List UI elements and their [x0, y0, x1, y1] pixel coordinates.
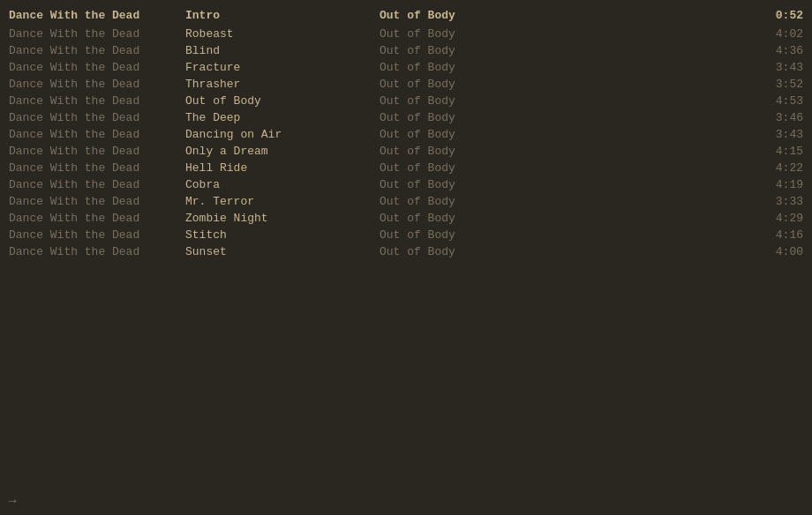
track-duration: 4:02 — [750, 27, 803, 41]
track-title: Sunset — [185, 245, 380, 258]
track-artist: Dance With the Dead — [9, 228, 185, 242]
track-artist: Dance With the Dead — [9, 195, 185, 208]
table-row[interactable]: Dance With the DeadFractureOut of Body3:… — [0, 59, 812, 76]
track-list-header: Dance With the Dead Intro Out of Body 0:… — [0, 7, 812, 24]
table-row[interactable]: Dance With the DeadBlindOut of Body4:36 — [0, 42, 812, 59]
track-duration: 4:22 — [750, 161, 803, 175]
table-row[interactable]: Dance With the DeadStitchOut of Body4:16 — [0, 227, 812, 243]
track-artist: Dance With the Dead — [9, 94, 185, 108]
track-title: Robeast — [185, 27, 380, 41]
track-artist: Dance With the Dead — [9, 128, 185, 141]
track-artist: Dance With the Dead — [9, 212, 185, 225]
track-duration: 4:53 — [750, 94, 803, 108]
track-album: Out of Body — [380, 44, 750, 57]
track-artist: Dance With the Dead — [9, 78, 185, 91]
table-row[interactable]: Dance With the DeadThrasherOut of Body3:… — [0, 76, 812, 93]
bottom-arrow: → — [9, 494, 16, 508]
header-duration: 0:52 — [750, 9, 803, 22]
track-duration: 3:33 — [750, 195, 803, 208]
track-album: Out of Body — [380, 195, 750, 208]
track-title: Blind — [185, 44, 380, 57]
track-album: Out of Body — [380, 94, 750, 108]
track-title: The Deep — [185, 111, 380, 124]
track-artist: Dance With the Dead — [9, 245, 185, 258]
table-row[interactable]: Dance With the DeadCobraOut of Body4:19 — [0, 176, 812, 193]
track-title: Mr. Terror — [185, 195, 380, 208]
track-album: Out of Body — [380, 61, 750, 74]
track-album: Out of Body — [380, 228, 750, 242]
track-duration: 4:16 — [750, 228, 803, 242]
track-duration: 3:43 — [750, 61, 803, 74]
track-artist: Dance With the Dead — [9, 44, 185, 57]
track-title: Out of Body — [185, 94, 380, 108]
track-artist: Dance With the Dead — [9, 111, 185, 124]
track-album: Out of Body — [380, 178, 750, 191]
track-artist: Dance With the Dead — [9, 61, 185, 74]
table-row[interactable]: Dance With the DeadOut of BodyOut of Bod… — [0, 93, 812, 109]
track-title: Dancing on Air — [185, 128, 380, 141]
header-artist: Dance With the Dead — [9, 9, 185, 22]
track-album: Out of Body — [380, 78, 750, 91]
track-title: Fracture — [185, 61, 380, 74]
table-row[interactable]: Dance With the DeadMr. TerrorOut of Body… — [0, 193, 812, 210]
track-duration: 4:19 — [750, 178, 803, 191]
track-title: Zombie Night — [185, 212, 380, 225]
track-album: Out of Body — [380, 212, 750, 225]
table-row[interactable]: Dance With the DeadOnly a DreamOut of Bo… — [0, 143, 812, 160]
table-row[interactable]: Dance With the DeadThe DeepOut of Body3:… — [0, 109, 812, 126]
track-title: Thrasher — [185, 78, 380, 91]
track-duration: 3:52 — [750, 78, 803, 91]
track-duration: 4:36 — [750, 44, 803, 57]
track-title: Cobra — [185, 178, 380, 191]
track-duration: 3:46 — [750, 111, 803, 124]
track-artist: Dance With the Dead — [9, 145, 185, 158]
track-title: Only a Dream — [185, 145, 380, 158]
track-artist: Dance With the Dead — [9, 27, 185, 41]
track-album: Out of Body — [380, 27, 750, 41]
track-album: Out of Body — [380, 161, 750, 175]
header-title: Intro — [185, 9, 380, 22]
table-row[interactable]: Dance With the DeadRobeastOut of Body4:0… — [0, 26, 812, 42]
track-duration: 4:29 — [750, 212, 803, 225]
track-album: Out of Body — [380, 245, 750, 258]
table-row[interactable]: Dance With the DeadDancing on AirOut of … — [0, 126, 812, 143]
track-album: Out of Body — [380, 145, 750, 158]
table-row[interactable]: Dance With the DeadHell RideOut of Body4… — [0, 160, 812, 176]
track-artist: Dance With the Dead — [9, 178, 185, 191]
track-album: Out of Body — [380, 128, 750, 141]
track-duration: 3:43 — [750, 128, 803, 141]
track-duration: 4:15 — [750, 145, 803, 158]
track-title: Hell Ride — [185, 161, 380, 175]
table-row[interactable]: Dance With the DeadSunsetOut of Body4:00 — [0, 243, 812, 260]
header-album: Out of Body — [380, 9, 750, 22]
track-artist: Dance With the Dead — [9, 161, 185, 175]
track-album: Out of Body — [380, 111, 750, 124]
track-list: Dance With the Dead Intro Out of Body 0:… — [0, 0, 812, 267]
table-row[interactable]: Dance With the DeadZombie NightOut of Bo… — [0, 210, 812, 227]
track-duration: 4:00 — [750, 245, 803, 258]
track-title: Stitch — [185, 228, 380, 242]
